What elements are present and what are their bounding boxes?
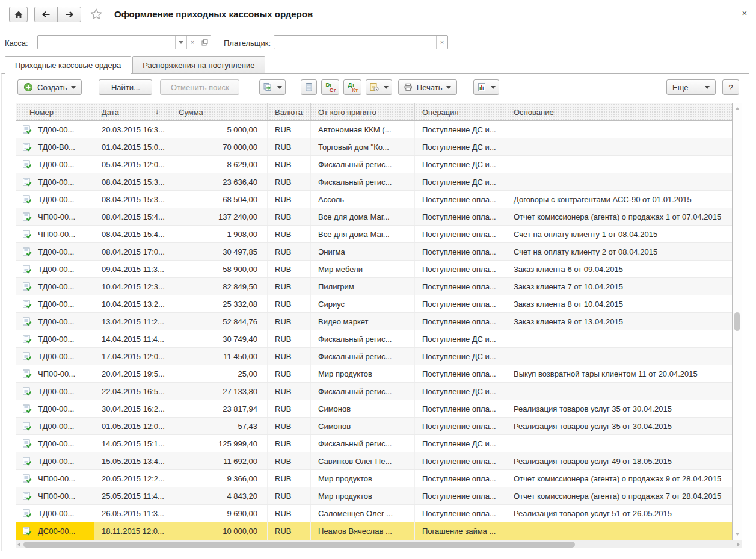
back-button[interactable] <box>34 7 58 22</box>
report-button[interactable] <box>473 79 499 95</box>
cell-operation: Поступление опла... <box>415 278 506 295</box>
table-row[interactable]: ТД00-00... 09.04.2015 11:3... 58 900,00 … <box>16 261 732 278</box>
scroll-right-icon[interactable] <box>737 542 740 547</box>
cell-currency: RUB <box>268 191 311 208</box>
tab-cash-orders[interactable]: Приходные кассовые ордера <box>5 56 131 74</box>
scroll-left-icon[interactable] <box>17 542 20 547</box>
dr-cr-icon: Dr Cr <box>325 82 336 93</box>
table-row[interactable]: ТД00-00... 05.04.2015 12:0... 8 629,00 R… <box>16 156 732 173</box>
cell-number: ТД00-00... <box>16 400 94 417</box>
cell-operation: Поступление опла... <box>415 261 506 277</box>
cell-date: 10.04.2015 13:2... <box>94 295 171 312</box>
cell-sum: 25,00 <box>171 365 268 382</box>
home-button[interactable] <box>9 7 28 22</box>
cell-operation: Поступление ДС и... <box>415 138 506 155</box>
column-header-sum[interactable]: Сумма <box>171 103 268 120</box>
table-row[interactable]: ТД00-00... 01.05.2015 12:0... 57,43 RUB … <box>16 418 732 435</box>
more-button[interactable]: Еще <box>666 79 716 95</box>
posted-document-icon <box>22 212 32 221</box>
table-row[interactable]: ТД00-00... 30.04.2015 16:2... 23 817,94 … <box>16 400 732 418</box>
dt-kt-icon: Дт Кт <box>347 82 358 93</box>
help-button[interactable]: ? <box>722 79 739 95</box>
table-row[interactable]: ТД00-00... 14.04.2015 11:4... 30 749,40 … <box>16 330 732 348</box>
table-row[interactable]: ТД00-00... 13.04.2015 11:2... 52 844,76 … <box>16 313 732 330</box>
cell-operation: Поступление ДС и... <box>415 330 506 347</box>
cell-from: Фискальный регис... <box>311 330 415 347</box>
cell-currency: RUB <box>268 243 311 260</box>
table-row[interactable]: ТД00-00... 10.04.2015 13:2... 25 332,08 … <box>16 295 732 313</box>
create-based-on-button[interactable] <box>259 79 286 95</box>
table-row[interactable]: ТД00-00... 15.05.2015 13:4... 11 692,00 … <box>16 452 732 470</box>
table-row[interactable]: ДС00-00... 18.11.2015 12:0... 10 000,00 … <box>16 522 732 540</box>
cell-date: 10.04.2015 12:3... <box>94 278 171 295</box>
table-row[interactable]: ЧП00-00... 08.04.2015 15:4... 137 240,00… <box>16 208 732 226</box>
vertical-scrollbar-thumb[interactable] <box>734 312 740 331</box>
orders-table: Номер Дата ↓ Сумма Валюта От кого принят… <box>16 103 733 540</box>
favorite-star-icon[interactable] <box>90 8 103 21</box>
horizontal-scrollbar[interactable] <box>16 540 742 548</box>
table-row[interactable]: ТД00-В0... 01.04.2015 15:0... 70 000,00 … <box>16 138 732 156</box>
cancel-search-button[interactable]: Отменить поиск <box>160 79 239 95</box>
cell-sum: 11 450,00 <box>171 348 268 365</box>
kassa-open-button[interactable] <box>198 36 211 49</box>
scroll-up-icon[interactable] <box>735 107 740 110</box>
cell-date: 20.04.2015 19:5... <box>94 365 171 382</box>
table-row[interactable]: ЧП00-00... 20.04.2015 19:5... 25,00 RUB … <box>16 365 732 383</box>
find-button[interactable]: Найти... <box>99 79 152 95</box>
close-icon[interactable]: × <box>739 7 751 19</box>
table-row[interactable]: ТД00-00... 08.04.2015 15:3... 68 504,00 … <box>16 191 732 208</box>
tab-receipt-orders[interactable]: Распоряжения на поступление <box>132 56 265 74</box>
register-button[interactable] <box>301 79 317 95</box>
table-row[interactable]: ТД00-00... 08.04.2015 15:3... 23 636,40 … <box>16 173 732 191</box>
column-header-basis[interactable]: Основание <box>506 103 732 120</box>
table-row[interactable]: ЧП00-00... 20.05.2015 12:2... 9 366,00 R… <box>16 470 732 487</box>
scroll-down-icon[interactable] <box>735 533 740 536</box>
forward-button[interactable] <box>58 7 81 22</box>
dt-kt-button[interactable]: Дт Кт <box>343 79 361 95</box>
kassa-clear-button[interactable]: × <box>186 36 198 49</box>
table-row[interactable]: ТД00-00... 20.03.2015 16:3... 5 000,00 R… <box>16 121 732 138</box>
kassa-dropdown-button[interactable] <box>175 36 186 49</box>
column-header-date[interactable]: Дата ↓ <box>94 103 171 120</box>
table-row[interactable]: ТД00-00... 10.04.2015 12:3... 82 849,50 … <box>16 278 732 295</box>
table-row[interactable]: ТД00-00... 08.04.2015 17:0... 30 497,85 … <box>16 243 732 261</box>
cell-number: ТД00-00... <box>16 348 94 365</box>
cell-operation: Поступление ДС и... <box>415 173 506 190</box>
cell-date: 01.04.2015 15:0... <box>94 138 171 155</box>
dr-cr-button[interactable]: Dr Cr <box>321 79 339 95</box>
table-row[interactable]: ТД00-00... 22.04.2015 16:5... 27 133,80 … <box>16 383 732 400</box>
column-header-currency[interactable]: Валюта <box>268 103 311 120</box>
create-button[interactable]: Создать <box>17 79 82 95</box>
payer-input[interactable] <box>274 36 436 49</box>
kassa-input[interactable] <box>38 36 175 49</box>
cell-basis <box>506 173 732 190</box>
payer-clear-button[interactable]: × <box>436 36 447 49</box>
cell-currency: RUB <box>268 522 311 540</box>
cell-number: ТД00-00... <box>16 173 94 190</box>
column-header-from[interactable]: От кого принято <box>311 103 415 120</box>
cell-from: Фискальный регис... <box>311 435 415 452</box>
cell-from: Энигма <box>311 243 415 260</box>
cell-operation: Погашение займа ... <box>415 522 506 540</box>
posted-document-icon <box>22 439 32 448</box>
vertical-scrollbar[interactable] <box>733 103 742 540</box>
table-row[interactable]: ЧП00-00... 25.05.2015 11:4... 4 843,20 R… <box>16 487 732 505</box>
table-row[interactable]: ЧП00-00... 08.04.2015 15:4... 1 908,00 R… <box>16 226 732 243</box>
chevron-down-icon <box>491 86 496 89</box>
cell-number: ТД00-00... <box>16 435 94 452</box>
column-header-operation[interactable]: Операция <box>415 103 506 120</box>
print-button[interactable]: Печать <box>398 79 457 95</box>
cell-operation: Поступление опла... <box>415 400 506 417</box>
sort-desc-icon: ↓ <box>155 108 159 116</box>
cell-currency: RUB <box>268 348 311 365</box>
table-row[interactable]: ТД00-00... 26.05.2015 11:3... 9 690,00 R… <box>16 505 732 522</box>
horizontal-scrollbar-thumb[interactable] <box>23 542 575 548</box>
table-row[interactable]: ТД00-00... 17.04.2015 12:0... 11 450,00 … <box>16 348 732 365</box>
reserve-document-button[interactable] <box>366 79 392 95</box>
column-header-number[interactable]: Номер <box>16 103 94 120</box>
cell-basis <box>506 435 732 452</box>
table-row[interactable]: ТД00-00... 14.05.2015 15:1... 125 999,40… <box>16 435 732 452</box>
cell-from: Автономная ККМ (... <box>311 121 415 138</box>
cell-operation: Поступление ДС и... <box>415 121 506 138</box>
cell-sum: 30 749,40 <box>171 330 268 347</box>
